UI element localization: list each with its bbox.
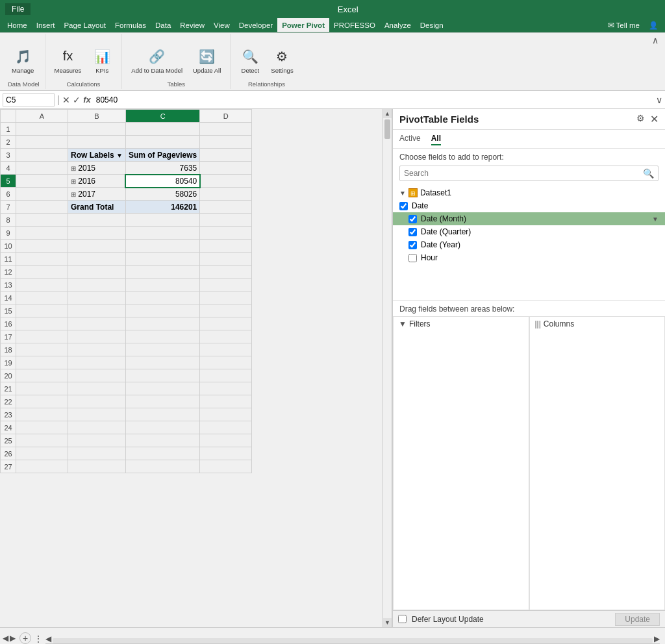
cell-C11[interactable] bbox=[125, 253, 199, 266]
sheet-h-scrollbar[interactable]: ◀ ▶ bbox=[45, 634, 660, 644]
cell-B7[interactable]: Grand Total bbox=[68, 201, 126, 214]
cell-C6[interactable]: 58026 bbox=[125, 188, 199, 201]
row-header-27[interactable]: 27 bbox=[1, 460, 16, 473]
row-header-8[interactable]: 8 bbox=[1, 214, 16, 227]
cell-D14[interactable] bbox=[200, 291, 252, 304]
row-header-5[interactable]: 5 bbox=[1, 175, 16, 188]
row-header-17[interactable]: 17 bbox=[1, 330, 16, 343]
row-header-24[interactable]: 24 bbox=[1, 421, 16, 434]
pivot-area-body-filters[interactable] bbox=[394, 331, 529, 610]
cell-C9[interactable] bbox=[125, 227, 199, 240]
cell-A18[interactable] bbox=[16, 343, 68, 356]
cell-B17[interactable] bbox=[68, 330, 126, 343]
row-header-19[interactable]: 19 bbox=[1, 356, 16, 369]
cell-B20[interactable] bbox=[68, 369, 126, 382]
row-header-22[interactable]: 22 bbox=[1, 395, 16, 408]
tab-active[interactable]: Active bbox=[399, 132, 421, 145]
cell-A12[interactable] bbox=[16, 266, 68, 279]
menu-item-analyze[interactable]: Analyze bbox=[380, 18, 416, 32]
ribbon-btn-detect[interactable]: 🔍Detect bbox=[236, 43, 264, 77]
cell-B19[interactable] bbox=[68, 356, 126, 369]
cell-C8[interactable] bbox=[125, 214, 199, 227]
cell-B12[interactable] bbox=[68, 266, 126, 279]
col-header-D[interactable]: D bbox=[200, 110, 252, 123]
tree-item-date--quarter-[interactable]: Date (Quarter) bbox=[393, 225, 665, 238]
cell-A15[interactable] bbox=[16, 304, 68, 317]
scroll-track[interactable] bbox=[383, 118, 392, 618]
menu-item-power-pivot[interactable]: Power Pivot bbox=[277, 18, 329, 32]
tree-item-dataset1[interactable]: ▼⊞Dataset1 bbox=[393, 186, 665, 199]
cell-A6[interactable] bbox=[16, 188, 68, 201]
update-button[interactable]: Update bbox=[615, 613, 660, 626]
cell-B22[interactable] bbox=[68, 395, 126, 408]
menu-item-design[interactable]: Design bbox=[416, 18, 448, 32]
field-checkbox-date--quarter-[interactable] bbox=[408, 228, 417, 236]
cell-A24[interactable] bbox=[16, 421, 68, 434]
col-header-B[interactable]: B bbox=[68, 110, 126, 123]
cell-C26[interactable] bbox=[125, 447, 199, 460]
tab-all[interactable]: All bbox=[431, 132, 441, 145]
cancel-formula-icon[interactable]: ✕ bbox=[62, 95, 70, 105]
cell-C14[interactable] bbox=[125, 291, 199, 304]
cell-D7[interactable] bbox=[200, 201, 252, 214]
cell-B11[interactable] bbox=[68, 253, 126, 266]
menu-item-data[interactable]: Data bbox=[151, 18, 175, 32]
row-header-23[interactable]: 23 bbox=[1, 408, 16, 421]
account-icon[interactable]: 👤 bbox=[644, 18, 662, 32]
cell-A9[interactable] bbox=[16, 227, 68, 240]
pivot-panel-settings-icon[interactable]: ⚙ bbox=[636, 113, 645, 125]
cell-A8[interactable] bbox=[16, 214, 68, 227]
cell-C12[interactable] bbox=[125, 266, 199, 279]
cell-B2[interactable] bbox=[68, 136, 126, 149]
cell-C10[interactable] bbox=[125, 240, 199, 253]
ribbon-btn-update-all[interactable]: 🔄Update All bbox=[189, 43, 225, 77]
cell-A11[interactable] bbox=[16, 253, 68, 266]
cell-C24[interactable] bbox=[125, 421, 199, 434]
ribbon-btn-settings[interactable]: ⚙Settings bbox=[267, 43, 297, 77]
cell-D2[interactable] bbox=[200, 136, 252, 149]
cell-D20[interactable] bbox=[200, 369, 252, 382]
cell-A14[interactable] bbox=[16, 291, 68, 304]
cell-B6[interactable]: ⊞ 2017 bbox=[68, 188, 126, 201]
cell-A22[interactable] bbox=[16, 395, 68, 408]
row-header-13[interactable]: 13 bbox=[1, 279, 16, 291]
cell-C23[interactable] bbox=[125, 408, 199, 421]
row-header-6[interactable]: 6 bbox=[1, 188, 16, 201]
field-checkbox-date--month-[interactable] bbox=[408, 215, 417, 223]
row-header-10[interactable]: 10 bbox=[1, 240, 16, 253]
field-dropdown-arrow[interactable]: ▼ bbox=[652, 216, 659, 223]
cell-D23[interactable] bbox=[200, 408, 252, 421]
sheet-tab-options-icon[interactable]: ⋮ bbox=[34, 634, 43, 644]
cell-B3[interactable]: Row Labels ▼ bbox=[68, 149, 126, 162]
tree-item-date--month-[interactable]: Date (Month)▼ bbox=[393, 212, 665, 225]
cell-A25[interactable] bbox=[16, 434, 68, 447]
cell-C4[interactable]: 7635 bbox=[125, 162, 199, 175]
ribbon-btn-measures[interactable]: fxMeasures bbox=[51, 43, 86, 77]
cell-D6[interactable] bbox=[200, 188, 252, 201]
file-menu-button[interactable]: File bbox=[5, 3, 31, 15]
cell-C18[interactable] bbox=[125, 343, 199, 356]
cell-C19[interactable] bbox=[125, 356, 199, 369]
menu-item-insert[interactable]: Insert bbox=[32, 18, 60, 32]
cell-C1[interactable] bbox=[125, 123, 199, 136]
cell-D15[interactable] bbox=[200, 304, 252, 317]
cell-D3[interactable] bbox=[200, 149, 252, 162]
cell-A3[interactable] bbox=[16, 149, 68, 162]
cell-D12[interactable] bbox=[200, 266, 252, 279]
cell-B9[interactable] bbox=[68, 227, 126, 240]
cell-A5[interactable] bbox=[16, 175, 68, 188]
cell-D10[interactable] bbox=[200, 240, 252, 253]
row-header-11[interactable]: 11 bbox=[1, 253, 16, 266]
scroll-down-arrow[interactable]: ▼ bbox=[383, 618, 392, 627]
tree-item-hour[interactable]: Hour bbox=[393, 251, 665, 264]
row-header-15[interactable]: 15 bbox=[1, 304, 16, 317]
cell-A4[interactable] bbox=[16, 162, 68, 175]
cell-A2[interactable] bbox=[16, 136, 68, 149]
cell-B8[interactable] bbox=[68, 214, 126, 227]
cell-B4[interactable]: ⊞ 2015 bbox=[68, 162, 126, 175]
ribbon-btn-manage[interactable]: 🎵Manage bbox=[8, 43, 38, 77]
cell-B16[interactable] bbox=[68, 317, 126, 330]
cell-C15[interactable] bbox=[125, 304, 199, 317]
cell-D8[interactable] bbox=[200, 214, 252, 227]
row-header-18[interactable]: 18 bbox=[1, 343, 16, 356]
